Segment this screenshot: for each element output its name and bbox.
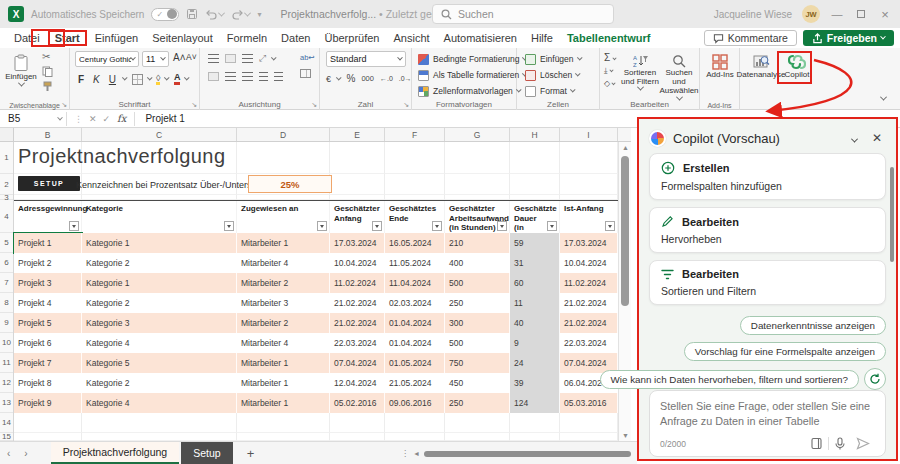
dialog-launcher-icon[interactable]: ↘	[191, 101, 197, 109]
column-header-c[interactable]: C	[82, 128, 237, 141]
grid-cell[interactable]	[445, 433, 510, 441]
cell-gesch-tzter-anfang[interactable]: 10.04.2024	[330, 253, 385, 273]
cell-ist-anfang[interactable]: 21.02.2024	[560, 313, 618, 333]
column-header-e[interactable]: E	[330, 128, 385, 141]
scroll-up-icon[interactable]: ▲	[622, 144, 629, 151]
grid-cell[interactable]	[82, 413, 237, 433]
decrease-font-icon[interactable]: A˅	[184, 52, 199, 62]
cell-gesch-tzte-dauer-in-tagen[interactable]: 60	[510, 273, 560, 293]
grid-cell[interactable]	[330, 142, 385, 174]
column-header-f[interactable]: F	[385, 128, 445, 141]
table-header-zugewiesen-an[interactable]: Zugewiesen an	[237, 201, 330, 233]
filter-dropdown-icon[interactable]	[69, 221, 79, 231]
dialog-launcher-icon[interactable]: ↘	[311, 101, 317, 109]
cell-gesch-tzte-dauer-in-tagen[interactable]: 59	[510, 233, 560, 253]
percent-format-icon[interactable]: %	[347, 73, 356, 84]
ribbon-tab-automatisieren[interactable]: Automatisieren	[438, 31, 523, 45]
cell-gesch-tztes-ende[interactable]: 16.05.2024	[385, 233, 445, 253]
cell-zugewiesen-an[interactable]: Mitarbeiter 2	[237, 313, 330, 333]
grid-cell[interactable]	[330, 433, 385, 441]
cell-adressgewinnung[interactable]: Projekt 2	[14, 253, 82, 273]
copilot-card-formelspalten-hinzuf-gen[interactable]: ErstellenFormelspalten hinzufügen	[649, 153, 886, 200]
cell-zugewiesen-an[interactable]: Mitarbeiter 1	[237, 393, 330, 413]
cell-ist-anfang[interactable]: 17.03.2024	[560, 233, 618, 253]
cell-gesch-tzter-arbeitsaufwand-in-stunden[interactable]: 450	[445, 373, 510, 393]
close-button[interactable]: ×	[878, 7, 892, 22]
prev-sheet-icon[interactable]: ‹	[0, 448, 17, 459]
decrease-indent-icon[interactable]	[259, 72, 268, 81]
copilot-input[interactable]: Stellen Sie eine Frage, oder stellen Sie…	[649, 390, 886, 457]
column-header-h[interactable]: H	[510, 128, 560, 141]
undo-icon[interactable]	[205, 9, 224, 20]
grid-cell[interactable]	[385, 174, 445, 195]
cell-gesch-tzter-anfang[interactable]: 11.02.2024	[330, 273, 385, 293]
cell-gesch-tzter-arbeitsaufwand-in-stunden[interactable]: 500	[445, 273, 510, 293]
insert-cells-button[interactable]: Einfügen	[525, 52, 581, 66]
select-all-corner[interactable]	[0, 128, 14, 141]
grid-cell[interactable]	[385, 142, 445, 174]
data-analysis-button[interactable]: Datenanalyse	[743, 50, 779, 79]
align-center-icon[interactable]	[225, 72, 236, 81]
grid-cell[interactable]	[385, 413, 445, 433]
minimize-button[interactable]: —	[830, 8, 844, 20]
vertical-scrollbar[interactable]: ▲ ▼	[618, 142, 631, 441]
format-cells-button[interactable]: Format	[525, 84, 581, 98]
table-header-gesch-tzter-anfang[interactable]: Geschätzter Anfang	[330, 201, 385, 233]
cell-zugewiesen-an[interactable]: Mitarbeiter 3	[237, 293, 330, 313]
ribbon-tab-einf-gen[interactable]: Einfügen	[89, 31, 144, 45]
suggestion-pill-datenerkenntnisse-anzeigen[interactable]: Datenerkenntnisse anzeigen	[740, 316, 886, 335]
wrap-text-icon[interactable]: ab↩	[300, 53, 315, 62]
cell-zugewiesen-an[interactable]: Mitarbeiter 1	[237, 233, 330, 253]
row-header-12[interactable]: 12	[0, 373, 13, 393]
cell-ist-anfang[interactable]: 05.03.2016	[560, 393, 618, 413]
grid-cell[interactable]	[330, 174, 385, 195]
column-header-g[interactable]: G	[445, 128, 510, 141]
cell-kategorie[interactable]: Kategorie 4	[82, 333, 237, 353]
grid-cell[interactable]	[560, 433, 618, 441]
cell-gesch-tztes-ende[interactable]: 21.05.2024	[385, 373, 445, 393]
cell-adressgewinnung[interactable]: Projekt 9	[14, 393, 82, 413]
search-input[interactable]: Suchen	[432, 4, 614, 24]
addins-button[interactable]: Add-Ins	[703, 50, 737, 79]
increase-decimal-icon[interactable]: ←.0	[380, 75, 393, 82]
row-header-1[interactable]: 1	[0, 142, 13, 174]
microphone-icon[interactable]	[829, 437, 851, 450]
cell-adressgewinnung[interactable]: Projekt 6	[14, 333, 82, 353]
cell-gesch-tzte-dauer-in-tagen[interactable]: 124	[510, 393, 560, 413]
grid-cell[interactable]	[445, 174, 510, 195]
grid-cell[interactable]	[237, 142, 330, 174]
cell-gesch-tzter-anfang[interactable]: 05.02.2016	[330, 393, 385, 413]
cell-gesch-tztes-ende[interactable]: 01.04.2024	[385, 313, 445, 333]
format-as-table-button[interactable]: Als Tabelle formatieren	[418, 68, 527, 82]
fill-color-icon[interactable]: ◊	[156, 74, 160, 85]
send-icon[interactable]	[851, 437, 875, 450]
cell-zugewiesen-an[interactable]: Mitarbeiter 1	[237, 373, 330, 393]
collapse-panel-icon[interactable]	[848, 129, 861, 147]
cut-icon[interactable]: ✂	[42, 51, 53, 62]
comments-button[interactable]: Kommentare	[704, 30, 797, 46]
cell-kategorie[interactable]: Kategorie 2	[82, 253, 237, 273]
collapse-ribbon-icon[interactable]	[881, 93, 886, 103]
grid-cell[interactable]	[237, 433, 330, 441]
cell-adressgewinnung[interactable]: Projekt 3	[14, 273, 82, 293]
cancel-icon[interactable]: ✕	[86, 114, 100, 124]
filter-dropdown-icon[interactable]	[317, 221, 327, 231]
next-sheet-icon[interactable]: ›	[17, 448, 34, 459]
table-header-kategorie[interactable]: Kategorie	[82, 201, 237, 233]
row-header-7[interactable]: 7	[0, 273, 13, 293]
conditional-formatting-button[interactable]: Bedingte Formatierung	[418, 52, 527, 66]
row-header-15[interactable]: 15	[0, 433, 13, 441]
cell-gesch-tzter-anfang[interactable]: 07.04.2024	[330, 353, 385, 373]
ribbon-tab-berpr-fen[interactable]: Überprüfen	[318, 31, 385, 45]
grid-cell[interactable]	[385, 433, 445, 441]
sheet-tab-setup[interactable]: Setup	[181, 442, 232, 464]
paste-button[interactable]: Einfügen	[4, 50, 38, 87]
cell-kategorie[interactable]: Kategorie 4	[82, 393, 237, 413]
filter-dropdown-icon[interactable]	[432, 221, 442, 231]
cell-gesch-tzter-arbeitsaufwand-in-stunden[interactable]: 210	[445, 233, 510, 253]
table-header-gesch-tztes-ende[interactable]: Geschätztes Ende	[385, 201, 445, 233]
ribbon-tab-formeln[interactable]: Formeln	[221, 31, 273, 45]
filter-dropdown-icon[interactable]	[372, 221, 382, 231]
copilot-card-hervorheben[interactable]: BearbeitenHervorheben	[649, 207, 886, 253]
table-header-gesch-tzte-dauer-in-tagen[interactable]: Geschätzte Dauer (in Tagen)	[510, 201, 560, 233]
